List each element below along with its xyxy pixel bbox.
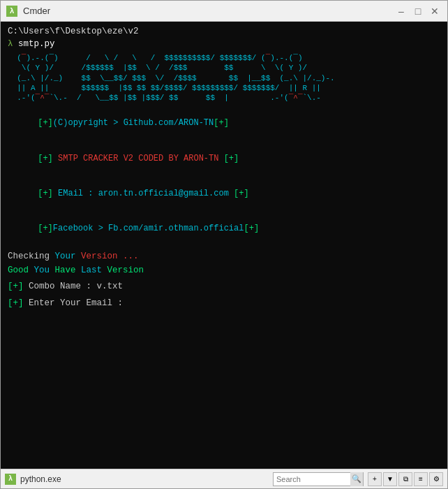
info-line-4: [+]Facebook > Fb.com/amir.othman.officia…: [8, 212, 440, 247]
title-bar: λ Cmder – □ ✕: [1, 1, 447, 22]
main-window: λ Cmder – □ ✕ C:\Users\f\Desktop\eze\v2 …: [0, 0, 448, 489]
status-icon-btn-5[interactable]: ⚙: [429, 472, 443, 486]
ascii-art-block: (¯).-.(¯) / \ / \ / $$$$$$$$$$/ $$$$$$$/…: [8, 53, 440, 103]
prompt-line: λ smtp.py: [8, 38, 440, 51]
checking-line: Checking Your Version ...: [8, 251, 440, 263]
status-icon-btn-3[interactable]: ⧉: [398, 472, 412, 486]
status-icons: + ▼ ⧉ ≡ ⚙: [368, 472, 443, 486]
info-line-2: [+] SMTP CRACKER V2 CODED BY ARON-TN [+]: [8, 141, 440, 176]
status-bar: λ python.exe 🔍 + ▼ ⧉ ≡ ⚙: [1, 469, 447, 488]
combo-name-line: [+] Combo Name : v.txt: [8, 281, 440, 293]
window-controls: – □ ✕: [394, 4, 442, 18]
prompt-symbol: λ: [8, 39, 13, 49]
close-button[interactable]: ✕: [428, 4, 442, 18]
status-icon-btn-4[interactable]: ≡: [414, 472, 428, 486]
info-line-1: [+](C)opyright > Github.com/ARON-TN[+]: [8, 105, 440, 140]
info-line-3: [+] EMail : aron.tn.official@gmail.com […: [8, 176, 440, 211]
terminal-body[interactable]: C:\Users\f\Desktop\eze\v2 λ smtp.py (¯).…: [1, 22, 447, 469]
app-icon: λ: [6, 6, 17, 17]
search-input[interactable]: [274, 475, 350, 483]
maximize-button[interactable]: □: [411, 4, 425, 18]
status-icon-btn-2[interactable]: ▼: [383, 472, 397, 486]
good-version-line: Good You Have Last Version: [8, 265, 440, 277]
process-name-label: python.exe: [20, 474, 269, 484]
enter-email-line: [+] Enter Your Email :: [8, 298, 440, 310]
current-path: C:\Users\f\Desktop\eze\v2: [8, 26, 440, 38]
command-text: smtp.py: [18, 39, 55, 49]
status-app-icon: λ: [5, 474, 16, 485]
window-title: Cmder: [23, 6, 394, 16]
search-box[interactable]: 🔍: [273, 472, 364, 486]
minimize-button[interactable]: –: [394, 4, 408, 18]
search-button[interactable]: 🔍: [350, 472, 363, 486]
status-icon-btn-1[interactable]: +: [368, 472, 382, 486]
